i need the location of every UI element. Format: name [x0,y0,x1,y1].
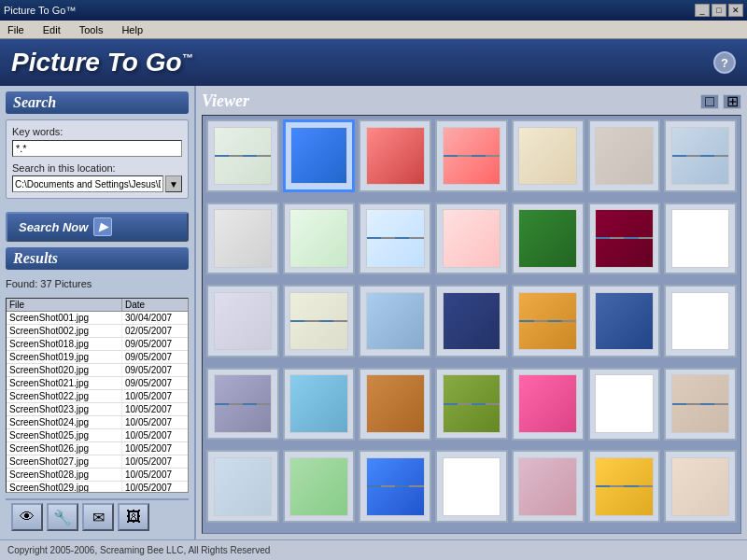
window-controls: _ □ ✕ [695,4,743,17]
close-button[interactable]: ✕ [728,4,743,17]
grid-view-button[interactable]: ⊞ [723,94,741,109]
left-panel: Search Key words: Search in this locatio… [0,86,196,539]
thumbnail-item[interactable] [664,450,737,523]
thumbnail-image [214,374,273,433]
thumbnail-item[interactable] [435,203,508,275]
thumbnail-item[interactable] [206,450,279,523]
table-row[interactable]: ScreenShot002.jpg02/05/2007 [7,325,188,338]
thumbnail-item[interactable] [359,450,431,523]
thumbnail-image [366,209,425,268]
table-row[interactable]: ScreenShot019.jpg09/05/2007 [7,351,188,364]
table-row[interactable]: ScreenShot018.jpg09/05/2007 [7,338,188,351]
thumbnail-item[interactable] [206,203,279,275]
date-cell: 10/05/2007 [122,429,188,441]
file-cell: ScreenShot026.jpg [7,442,122,455]
thumbnail-item[interactable] [435,450,508,523]
thumbnail-item[interactable] [206,368,279,441]
file-cell: ScreenShot022.jpg [7,390,122,402]
thumbnail-image [595,209,654,268]
thumbnail-item[interactable] [588,285,661,357]
thumbnail-item[interactable] [435,368,508,441]
menu-help[interactable]: Help [118,23,147,36]
thumbnail-item[interactable] [206,119,279,192]
maximize-button[interactable]: □ [712,4,726,17]
thumbnail-item[interactable] [588,203,661,275]
thumbnail-image [671,457,730,516]
search-now-button[interactable]: Search Now ▶ [6,212,189,242]
keywords-input[interactable] [12,140,182,157]
thumbnail-item[interactable] [588,450,661,523]
table-row[interactable]: ScreenShot026.jpg10/05/2007 [7,442,188,455]
menu-file[interactable]: File [4,23,28,36]
thumbnail-item[interactable] [359,368,431,441]
table-row[interactable]: ScreenShot027.jpg10/05/2007 [7,455,188,469]
thumbnail-item[interactable] [283,450,356,523]
thumbnail-item[interactable] [512,203,585,275]
menu-bar: File Edit Tools Help [0,21,747,39]
location-dropdown[interactable]: ▼ [165,175,182,192]
thumbnail-image [443,374,501,433]
table-row[interactable]: ScreenShot001.jpg30/04/2007 [7,312,188,325]
table-row[interactable]: ScreenShot021.jpg09/05/2007 [7,377,188,390]
menu-edit[interactable]: Edit [39,23,64,36]
edit-button[interactable]: 🔧 [47,503,78,531]
thumbnail-image [289,209,348,268]
thumbnail-item[interactable] [664,119,737,192]
date-cell: 02/05/2007 [122,325,188,337]
table-row[interactable]: ScreenShot028.jpg10/05/2007 [7,469,188,482]
thumbnail-image [518,457,577,516]
trademark: ™ [182,51,193,64]
table-row[interactable]: ScreenShot024.jpg10/05/2007 [7,416,188,429]
title-bar: Picture To Go™ _ □ ✕ [0,0,747,21]
single-view-button[interactable]: □ [700,94,719,109]
minimize-button[interactable]: _ [695,4,710,17]
table-row[interactable]: ScreenShot020.jpg09/05/2007 [7,364,188,377]
thumbnail-item[interactable] [435,119,508,192]
menu-tools[interactable]: Tools [76,23,107,36]
thumbnail-image [595,374,654,433]
table-row[interactable]: ScreenShot023.jpg10/05/2007 [7,403,188,416]
thumbnail-item[interactable] [588,368,661,441]
table-row[interactable]: ScreenShot025.jpg10/05/2007 [7,429,188,442]
date-cell: 10/05/2007 [122,482,188,493]
thumbnail-item[interactable] [664,203,737,275]
thumbnail-item[interactable] [512,368,585,441]
thumbnail-grid[interactable] [202,115,741,534]
thumbnail-item[interactable] [588,119,661,192]
viewer-header: Viewer □ ⊞ [202,91,741,111]
thumbnail-item[interactable] [206,285,279,357]
thumbnail-item[interactable] [283,119,356,192]
file-cell: ScreenShot018.jpg [7,338,122,350]
thumbnail-item[interactable] [512,119,585,192]
thumbnail-item[interactable] [664,368,737,441]
thumbnail-item[interactable] [359,203,431,275]
results-table[interactable]: File Date ScreenShot001.jpg30/04/2007Scr… [6,298,189,493]
thumbnail-item[interactable] [283,203,356,275]
thumbnail-image [671,209,730,268]
date-cell: 09/05/2007 [122,377,188,389]
app-logo: Picture To Go™ [11,48,193,77]
thumbnail-item[interactable] [435,285,508,357]
thumbnail-item[interactable] [359,119,431,192]
thumbnail-item[interactable] [664,285,737,357]
results-rows: ScreenShot001.jpg30/04/2007ScreenShot002… [7,312,188,493]
export-button[interactable]: 🖼 [118,503,149,531]
search-section: Key words: Search in this location: ▼ [6,119,189,199]
email-button[interactable]: ✉ [82,503,114,531]
thumbnail-item[interactable] [283,285,356,357]
table-row[interactable]: ScreenShot022.jpg10/05/2007 [7,390,188,403]
app-footer: Copyright 2005-2006, Screaming Bee LLC, … [0,539,747,560]
thumbnail-item[interactable] [512,450,585,523]
view-button[interactable]: 👁 [11,503,43,531]
location-input[interactable] [12,175,163,192]
date-cell: 10/05/2007 [122,403,188,415]
file-cell: ScreenShot019.jpg [7,351,122,363]
table-row[interactable]: ScreenShot029.jpg10/05/2007 [7,482,188,493]
window-title: Picture To Go™ [4,5,76,16]
thumbnail-item[interactable] [283,368,356,441]
thumbnail-item[interactable] [512,285,585,357]
thumbnail-item[interactable] [359,285,431,357]
file-cell: ScreenShot028.jpg [7,469,122,481]
help-button[interactable]: ? [713,51,736,74]
thumbnail-image [443,127,501,186]
